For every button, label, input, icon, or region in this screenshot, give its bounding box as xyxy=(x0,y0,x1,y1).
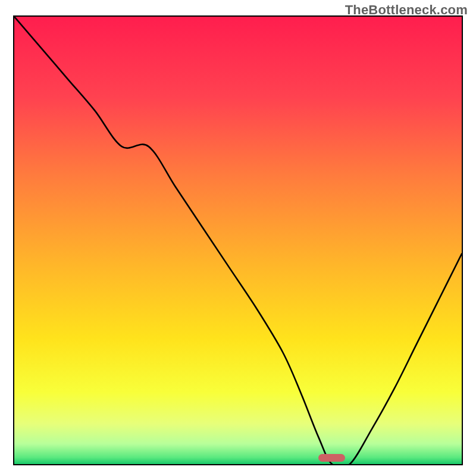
watermark-text: TheBottleneck.com xyxy=(345,2,468,18)
plot-frame xyxy=(13,15,463,465)
optimum-marker xyxy=(318,454,345,462)
curve-layer xyxy=(14,17,462,464)
bottleneck-curve xyxy=(14,17,462,464)
chart-stage: TheBottleneck.com xyxy=(0,0,476,476)
